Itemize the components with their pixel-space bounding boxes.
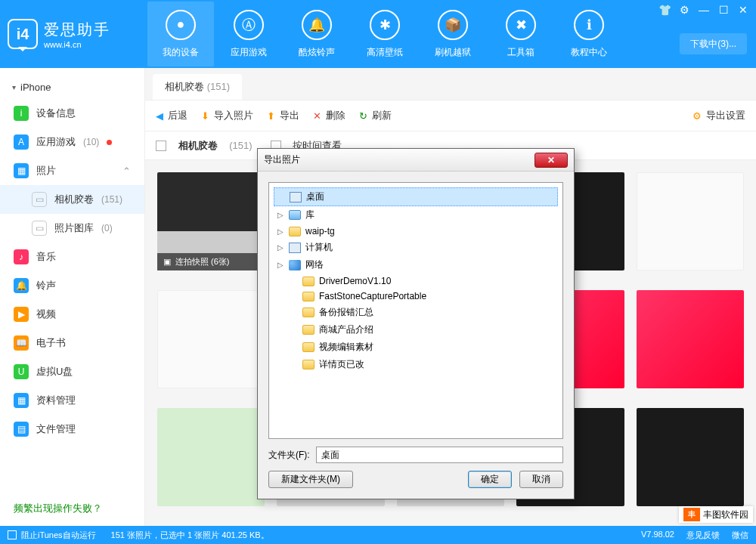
logo[interactable]: i4 爱思助手 www.i4.cn (8, 19, 147, 49)
sidebar-item[interactable]: ♪音乐 (0, 243, 144, 271)
select-all-camera[interactable]: 相机胶卷 (151) (156, 139, 253, 153)
photo-thumb[interactable] (637, 408, 744, 506)
logo-title: 爱思助手 (44, 20, 110, 40)
download-button[interactable]: 下载中(3)... (680, 33, 747, 54)
sidebar-item[interactable]: U虚拟U盘 (0, 357, 144, 386)
desktop-icon (290, 192, 302, 202)
window-controls: 👕 ⚙ — ☐ ✕ (655, 2, 753, 18)
nav-flower[interactable]: ✱高清壁纸 (352, 2, 418, 66)
sidebar-item[interactable]: ▭相机胶卷(151) (0, 185, 144, 214)
folder-icon (302, 342, 314, 352)
theme-icon[interactable]: 👕 (655, 2, 674, 18)
nav-appstore[interactable]: Ⓐ应用游戏 (215, 2, 282, 66)
tabs: 相机胶卷 (151) (145, 68, 756, 100)
dialog-title: 导出照片 (264, 153, 300, 166)
sidebar-item[interactable]: 📖电子书 (0, 329, 144, 357)
tree-item[interactable]: ▷计算机 (274, 239, 558, 256)
tree-item[interactable]: 商城产品介绍 (274, 321, 558, 338)
folder-icon (302, 308, 314, 317)
import-button[interactable]: ⬇导入照片 (201, 109, 253, 122)
category-icon: 🔔 (14, 278, 29, 293)
photo-thumb[interactable]: ▣连拍快照 (6张) (157, 172, 265, 270)
nav-box[interactable]: 📦刷机越狱 (420, 2, 486, 66)
folder-icon (302, 277, 314, 286)
export-button[interactable]: ⬆导出 (267, 109, 299, 122)
category-icon: ▤ (14, 422, 29, 437)
photo-thumb[interactable] (157, 408, 265, 506)
dialog-close-button[interactable]: ✕ (534, 153, 568, 168)
expand-icon[interactable]: ▷ (277, 227, 284, 236)
nav-bell[interactable]: 🔔酷炫铃声 (284, 2, 350, 66)
selection-info: 151 张照片，已选中 1 张照片 401.25 KB。 (111, 530, 269, 541)
sidebar-item[interactable]: 🔔铃声 (0, 271, 144, 300)
new-folder-button[interactable]: 新建文件夹(M) (268, 471, 353, 488)
sidebar: ▾ iPhone i设备信息A应用游戏(10)▦照片⌃▭相机胶卷(151)▭照片… (0, 68, 145, 526)
nav-wrench[interactable]: ✖工具箱 (488, 2, 554, 66)
tree-item[interactable]: 详情页已改 (274, 356, 558, 373)
back-button[interactable]: ◀后退 (156, 109, 187, 122)
category-icon: 📖 (14, 335, 29, 351)
refresh-button[interactable]: ↻刷新 (359, 109, 392, 122)
sidebar-item[interactable]: ▭照片图库(0) (0, 214, 144, 243)
expand-icon[interactable]: ▷ (277, 261, 284, 269)
logo-badge: i4 (8, 19, 38, 49)
folder-tree[interactable]: 桌面▷库▷waip-tg▷计算机▷网络DriverDemoV1.10FastSt… (268, 182, 563, 439)
folder-icon: ▭ (32, 221, 47, 236)
settings-icon[interactable]: ⚙ (674, 2, 694, 18)
folder-icon (302, 360, 314, 369)
sidebar-item[interactable]: ▦资料管理 (0, 386, 144, 415)
sidebar-item[interactable]: i设备信息 (0, 99, 144, 128)
info-icon: ℹ (574, 10, 604, 40)
checkbox-icon[interactable] (8, 530, 17, 539)
import-icon: ⬇ (201, 110, 209, 122)
wrench-icon: ✖ (506, 10, 536, 40)
wechat-link[interactable]: 微信 (732, 530, 748, 541)
expand-icon[interactable]: ▷ (277, 211, 284, 219)
stack-icon: ▣ (163, 257, 171, 267)
feedback-link[interactable]: 意见反馈 (686, 530, 720, 541)
toolbar: ◀后退 ⬇导入照片 ⬆导出 ✕删除 ↻刷新 ⚙导出设置 (145, 100, 756, 131)
chevron-up-icon[interactable]: ⌃ (122, 165, 131, 177)
close-icon[interactable]: ✕ (733, 2, 753, 18)
cancel-button[interactable]: 取消 (519, 471, 563, 488)
nav-apple[interactable]: ●我的设备 (147, 2, 214, 66)
minimize-icon[interactable]: — (694, 2, 714, 18)
tree-item[interactable]: FastStoneCapturePortable (274, 289, 558, 304)
help-link[interactable]: 频繁出现操作失败？ (14, 502, 102, 515)
network-icon (289, 260, 301, 270)
statusbar: 阻止iTunes自动运行 151 张照片，已选中 1 张照片 401.25 KB… (0, 526, 756, 544)
photo-thumb[interactable] (637, 290, 744, 388)
maximize-icon[interactable]: ☐ (714, 2, 733, 18)
delete-button[interactable]: ✕删除 (313, 109, 345, 122)
tree-item[interactable]: DriverDemoV1.10 (274, 274, 558, 289)
header: i4 爱思助手 www.i4.cn ●我的设备Ⓐ应用游戏🔔酷炫铃声✱高清壁纸📦刷… (0, 0, 756, 68)
ok-button[interactable]: 确定 (468, 471, 512, 488)
sidebar-item[interactable]: ▤文件管理 (0, 415, 144, 444)
logo-url: www.i4.cn (44, 40, 110, 49)
photo-thumb[interactable] (637, 172, 744, 270)
tab-camera-roll[interactable]: 相机胶卷 (151) (153, 74, 242, 100)
checkbox-icon[interactable] (156, 141, 166, 151)
folder-input[interactable] (316, 447, 563, 463)
category-icon: ▦ (14, 163, 29, 178)
sidebar-item[interactable]: ▦照片⌃ (0, 156, 144, 185)
block-itunes[interactable]: 阻止iTunes自动运行 (8, 530, 96, 541)
sidebar-item[interactable]: ▶视频 (0, 300, 144, 329)
library-icon (289, 210, 301, 220)
computer-icon (289, 243, 301, 253)
nav-info[interactable]: ℹ教程中心 (556, 2, 622, 66)
folder-icon (302, 292, 314, 301)
sidebar-item[interactable]: A应用游戏(10) (0, 128, 144, 156)
tree-item[interactable]: ▷库 (274, 206, 558, 224)
dialog-titlebar[interactable]: 导出照片 ✕ (258, 149, 574, 172)
back-icon: ◀ (156, 110, 163, 122)
tree-item[interactable]: ▷网络 (274, 256, 558, 274)
tree-item[interactable]: ▷waip-tg (274, 224, 558, 239)
expand-icon[interactable]: ▷ (277, 243, 284, 252)
export-settings-button[interactable]: ⚙导出设置 (692, 109, 745, 122)
photo-thumb[interactable] (157, 290, 265, 388)
sidebar-device[interactable]: ▾ iPhone (0, 76, 144, 99)
tree-item[interactable]: 备份报错汇总 (274, 304, 558, 321)
tree-item[interactable]: 桌面 (274, 187, 558, 206)
tree-item[interactable]: 视频编辑素材 (274, 338, 558, 356)
